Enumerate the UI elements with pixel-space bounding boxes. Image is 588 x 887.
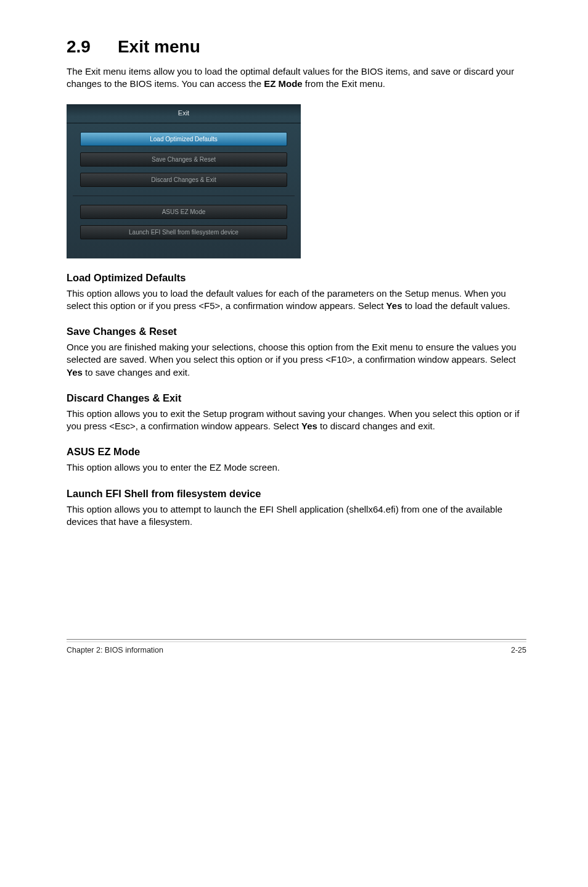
heading-launch-efi: Launch EFI Shell from filesystem device — [67, 488, 526, 500]
heading-asus-ez-mode: ASUS EZ Mode — [67, 446, 526, 458]
body-asus-ez-mode: This option allows you to enter the EZ M… — [67, 461, 526, 474]
heading-load-optimized: Load Optimized Defaults — [67, 272, 526, 284]
body-discard-changes: This option allows you to exit the Setup… — [67, 408, 526, 433]
heading-discard-changes: Discard Changes & Exit — [67, 392, 526, 404]
heading-save-changes: Save Changes & Reset — [67, 326, 526, 337]
body-launch-efi: This option allows you to attempt to lau… — [67, 503, 526, 529]
body-save-changes: Once you are finished making your select… — [67, 341, 526, 379]
footer-page-number: 2-25 — [511, 646, 526, 654]
exit-header: Exit — [67, 108, 301, 123]
save-changes-reset-button[interactable]: Save Changes & Reset — [80, 152, 287, 167]
intro-paragraph: The Exit menu items allow you to load th… — [67, 65, 526, 91]
section-number: 2.9 — [67, 37, 91, 57]
page-footer: Chapter 2: BIOS information 2-25 — [67, 646, 526, 654]
body-load-optimized: This option allows you to load the defau… — [67, 287, 526, 313]
load-optimized-defaults-button[interactable]: Load Optimized Defaults — [80, 132, 287, 146]
footer-divider-2 — [67, 642, 526, 642]
discard-changes-exit-button[interactable]: Discard Changes & Exit — [80, 173, 287, 187]
asus-ez-mode-button[interactable]: ASUS EZ Mode — [80, 205, 287, 219]
section-text: Exit menu — [118, 37, 200, 56]
section-title: 2.9Exit menu — [67, 37, 526, 57]
footer-divider — [67, 639, 526, 640]
footer-chapter: Chapter 2: BIOS information — [67, 646, 163, 654]
exit-menu-group-2: ASUS EZ Mode Launch EFI Shell from files… — [67, 196, 301, 248]
content-sections: Load Optimized Defaults This option allo… — [67, 272, 526, 529]
launch-efi-shell-button[interactable]: Launch EFI Shell from filesystem device — [80, 225, 287, 239]
exit-menu-group-1: Load Optimized Defaults Save Changes & R… — [67, 123, 301, 196]
exit-menu-panel: Exit Load Optimized Defaults Save Change… — [67, 104, 301, 258]
